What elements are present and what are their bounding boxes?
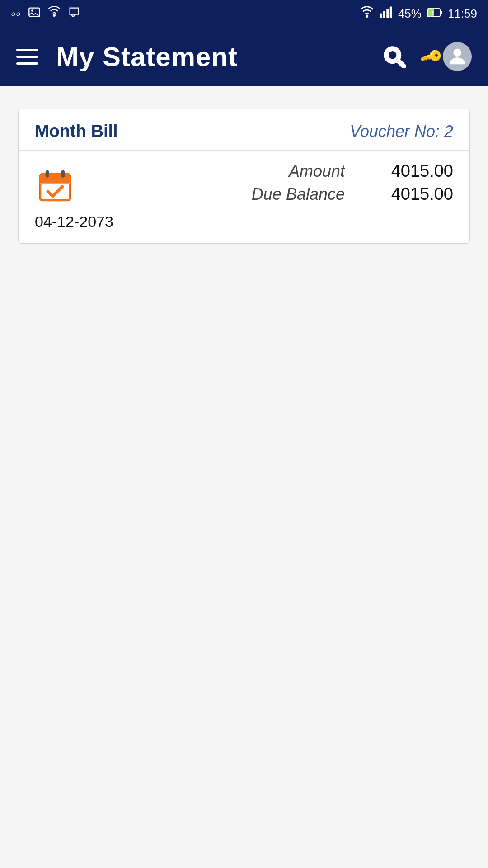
signal-icon	[379, 5, 393, 22]
network-icon: ০০	[11, 8, 21, 19]
calendar-icon-wrapper	[35, 165, 75, 206]
amount-label: Amount	[289, 162, 345, 181]
statement-card: Month Bill Voucher No: 2	[18, 108, 470, 244]
svg-point-3	[366, 15, 368, 17]
svg-line-12	[398, 60, 404, 66]
hamburger-line-2	[16, 56, 38, 58]
app-bar: My Statement 🔑	[0, 27, 488, 86]
card-header: Month Bill Voucher No: 2	[19, 109, 469, 151]
time-display: 11:59	[448, 7, 477, 21]
avatar	[443, 42, 472, 71]
card-body-top: Amount 4015.00 Due Balance 4015.00	[35, 161, 453, 206]
notification-icon	[68, 6, 80, 21]
wifi-icon	[360, 5, 374, 22]
calendar-check-icon	[37, 167, 73, 203]
status-bar-right: 45% 11:59	[360, 5, 477, 22]
hamburger-menu-button[interactable]	[16, 49, 38, 65]
svg-point-13	[453, 49, 461, 57]
svg-point-1	[31, 9, 33, 12]
wifi-status-icon	[48, 6, 61, 21]
amount-row: Amount 4015.00	[75, 161, 453, 181]
status-bar-left: ০০	[11, 6, 80, 21]
svg-rect-7	[390, 6, 392, 18]
svg-rect-6	[386, 9, 389, 18]
svg-rect-18	[39, 183, 70, 184]
battery-percent: 45%	[398, 7, 422, 21]
svg-rect-20	[46, 170, 49, 178]
statement-date: 04-12-2073	[35, 213, 453, 231]
svg-rect-5	[383, 11, 385, 18]
user-silhouette-icon	[446, 45, 469, 68]
app-bar-right: 🔑	[382, 42, 472, 71]
hamburger-line-1	[16, 49, 38, 51]
status-bar: ০০ 45% 11:59	[0, 0, 488, 27]
amount-value: 4015.00	[372, 161, 453, 181]
amounts-section: Amount 4015.00 Due Balance 4015.00	[75, 161, 453, 204]
key-icon: 🔑	[419, 44, 444, 69]
battery-icon	[427, 7, 442, 21]
due-balance-row: Due Balance 4015.00	[75, 184, 453, 204]
hamburger-line-3	[16, 62, 38, 65]
page-title: My Statement	[56, 41, 238, 72]
voucher-number: Voucher No: 2	[350, 122, 453, 141]
app-bar-left: My Statement	[16, 41, 238, 72]
svg-rect-17	[39, 178, 70, 183]
svg-point-2	[53, 14, 55, 16]
svg-rect-9	[440, 11, 442, 14]
image-icon	[28, 6, 41, 21]
card-body: Amount 4015.00 Due Balance 4015.00 04-12…	[19, 151, 469, 243]
search-button[interactable]	[382, 45, 406, 68]
search-icon	[382, 45, 406, 68]
due-balance-label: Due Balance	[252, 185, 345, 204]
main-content: Month Bill Voucher No: 2	[0, 86, 488, 868]
svg-rect-4	[380, 13, 382, 18]
profile-button[interactable]: 🔑	[422, 42, 472, 71]
svg-rect-21	[61, 170, 65, 178]
month-bill-label: Month Bill	[35, 122, 118, 141]
due-balance-value: 4015.00	[372, 184, 453, 204]
